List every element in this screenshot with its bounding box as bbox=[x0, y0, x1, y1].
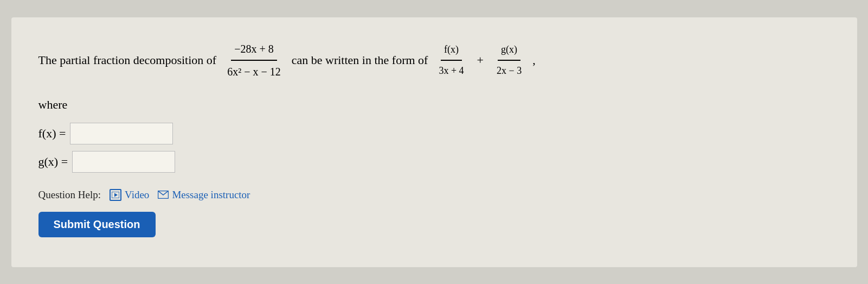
comma-sign: , bbox=[532, 49, 536, 71]
inputs-section: f(x) = g(x) = bbox=[38, 123, 830, 173]
fraction1-numerator: f(x) bbox=[441, 41, 462, 60]
main-fraction: −28x + 8 6x² − x − 12 bbox=[224, 39, 284, 81]
fx-label: f(x) = bbox=[38, 127, 66, 141]
problem-line: The partial fraction decomposition of −2… bbox=[38, 39, 830, 81]
question-help-label: Question Help: bbox=[38, 189, 101, 201]
fx-input[interactable] bbox=[70, 123, 173, 144]
question-help: Question Help: Video Message instructor bbox=[38, 189, 830, 201]
video-label: Video bbox=[125, 189, 149, 201]
can-be-written-text: can be written in the form of bbox=[292, 49, 428, 71]
fraction2-denominator: 2x − 3 bbox=[493, 61, 525, 79]
gx-label: g(x) = bbox=[38, 155, 68, 169]
fraction2-numerator: g(x) bbox=[498, 41, 520, 60]
fx-row: f(x) = bbox=[38, 123, 830, 144]
fraction1-denominator: 3x + 4 bbox=[435, 61, 467, 79]
svg-marker-1 bbox=[114, 193, 118, 197]
main-denominator: 6x² − x − 12 bbox=[224, 61, 284, 81]
fraction1: f(x) 3x + 4 bbox=[435, 41, 467, 79]
submit-button[interactable]: Submit Question bbox=[38, 212, 156, 237]
plus-sign: + bbox=[477, 49, 484, 71]
gx-row: g(x) = bbox=[38, 151, 830, 173]
main-numerator: −28x + 8 bbox=[231, 39, 277, 61]
problem-statement: The partial fraction decomposition of −2… bbox=[38, 39, 830, 81]
where-text: where bbox=[38, 98, 68, 111]
where-line: where bbox=[38, 98, 830, 112]
video-icon bbox=[110, 189, 121, 201]
envelope-icon bbox=[158, 191, 169, 199]
intro-text: The partial fraction decomposition of bbox=[38, 49, 217, 71]
main-container: The partial fraction decomposition of −2… bbox=[11, 17, 857, 267]
message-instructor-label: Message instructor bbox=[172, 189, 250, 201]
fraction2: g(x) 2x − 3 bbox=[493, 41, 525, 79]
gx-input[interactable] bbox=[72, 151, 175, 173]
video-link[interactable]: Video bbox=[110, 189, 149, 201]
message-instructor-link[interactable]: Message instructor bbox=[158, 189, 250, 201]
